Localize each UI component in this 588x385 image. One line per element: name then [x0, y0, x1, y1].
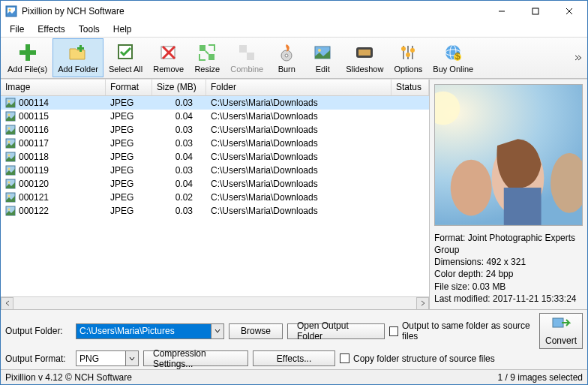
table-row[interactable]: 000120JPEG0.04C:\Users\Maria\Downloads — [1, 177, 429, 191]
file-folder: C:\Users\Maria\Downloads — [206, 111, 429, 122]
file-format: JPEG — [106, 192, 152, 203]
file-name: 000115 — [19, 111, 49, 122]
svg-point-41 — [8, 128, 10, 130]
col-status[interactable]: Status — [392, 80, 429, 95]
file-folder: C:\Users\Maria\Downloads — [206, 206, 429, 216]
table-row[interactable]: 000117JPEG0.03C:\Users\Maria\Downloads — [1, 137, 429, 150]
file-format: JPEG — [106, 206, 152, 216]
status-left: Pixillion v 4.12 © NCH Software — [5, 372, 498, 383]
output-folder-label: Output Folder: — [5, 326, 71, 336]
options-label: Options — [394, 65, 422, 74]
svg-point-22 — [318, 49, 321, 52]
svg-point-29 — [406, 53, 410, 57]
table-row[interactable]: 000122JPEG0.03C:\Users\Maria\Downloads — [1, 204, 429, 218]
file-folder: C:\Users\Maria\Downloads — [206, 152, 429, 162]
table-row[interactable]: 000115JPEG0.04C:\Users\Maria\Downloads — [1, 110, 429, 123]
svg-rect-24 — [358, 50, 370, 56]
svg-rect-18 — [247, 53, 254, 60]
meta-modified-label: Last modified: — [434, 293, 490, 304]
minimize-button[interactable] — [484, 1, 518, 22]
burn-button[interactable]: Burn — [268, 38, 304, 77]
table-row[interactable]: 000119JPEG0.03C:\Users\Maria\Downloads — [1, 164, 429, 177]
checkbox-icon — [340, 353, 350, 363]
file-format: JPEG — [106, 98, 152, 108]
select-all-label: Select All — [109, 65, 142, 74]
col-format[interactable]: Format — [106, 80, 152, 95]
image-file-icon — [5, 192, 16, 203]
plus-icon — [17, 42, 38, 63]
add-files-button[interactable]: Add File(s) — [2, 38, 52, 77]
list-header: Image Format Size (MB) Folder Status — [1, 80, 429, 96]
file-list[interactable]: 000114JPEG0.03C:\Users\Maria\Downloads00… — [1, 96, 429, 296]
edit-button[interactable]: Edit — [304, 38, 340, 77]
select-all-button[interactable]: Select All — [104, 38, 148, 77]
svg-rect-10 — [77, 47, 84, 50]
output-format-value: PNG — [80, 353, 99, 364]
maximize-button[interactable] — [518, 1, 552, 22]
svg-point-28 — [401, 47, 406, 51]
svg-rect-4 — [532, 8, 538, 14]
table-row[interactable]: 000121JPEG0.02C:\Users\Maria\Downloads — [1, 191, 429, 204]
slideshow-button[interactable]: Slideshow — [340, 38, 388, 77]
slideshow-label: Slideshow — [346, 65, 383, 74]
col-folder[interactable]: Folder — [206, 80, 392, 95]
remove-icon — [158, 42, 179, 63]
main-content: Image Format Size (MB) Folder Status 000… — [1, 79, 587, 309]
buy-online-button[interactable]: $ Buy Online — [428, 38, 478, 77]
options-button[interactable]: Options — [388, 38, 428, 77]
toolbar-overflow[interactable] — [571, 53, 586, 62]
titlebar: Pixillion by NCH Software — [1, 1, 587, 22]
scroll-track[interactable] — [14, 297, 416, 310]
file-size: 0.02 — [152, 192, 206, 203]
svg-point-56 — [451, 160, 492, 216]
table-row[interactable]: 000116JPEG0.03C:\Users\Maria\Downloads — [1, 123, 429, 137]
convert-button[interactable]: Convert — [539, 313, 583, 349]
copy-structure-checkbox[interactable]: Copy folder structure of source files — [340, 353, 535, 364]
meta-depth-label: Color depth: — [434, 269, 483, 279]
combine-button[interactable]: Combine — [225, 38, 268, 77]
menu-tools[interactable]: Tools — [73, 23, 106, 36]
menu-file[interactable]: File — [4, 23, 30, 36]
add-folder-button[interactable]: Add Folder — [52, 38, 104, 77]
svg-rect-60 — [553, 318, 563, 327]
col-image[interactable]: Image — [1, 80, 106, 95]
resize-label: Resize — [194, 65, 220, 74]
scroll-left-icon[interactable] — [1, 297, 14, 310]
svg-point-49 — [8, 182, 10, 184]
horizontal-scrollbar[interactable] — [1, 296, 429, 309]
file-format: JPEG — [106, 138, 152, 149]
open-output-button[interactable]: Open Output Folder — [287, 323, 385, 339]
effects-button[interactable]: Effects... — [253, 350, 335, 366]
file-size: 0.03 — [152, 165, 206, 176]
svg-point-53 — [8, 209, 10, 211]
compression-button[interactable]: Compression Settings... — [143, 350, 248, 366]
col-size[interactable]: Size (MB) — [152, 80, 206, 95]
table-row[interactable]: 000114JPEG0.03C:\Users\Maria\Downloads — [1, 96, 429, 110]
browse-button[interactable]: Browse — [229, 323, 283, 339]
resize-icon — [196, 42, 218, 63]
svg-point-2 — [9, 9, 11, 11]
meta-dimensions-label: Dimensions: — [434, 257, 484, 267]
meta-modified-value: 2017-11-21 15:33:24 — [493, 293, 576, 304]
resize-button[interactable]: Resize — [189, 38, 225, 77]
same-folder-checkbox[interactable]: Output to same folder as source files — [389, 320, 535, 341]
scroll-right-icon[interactable] — [416, 297, 429, 310]
svg-point-51 — [8, 195, 10, 197]
menu-effects[interactable]: Effects — [32, 23, 70, 36]
status-right: 1 / 9 images selected — [498, 372, 583, 383]
file-size: 0.03 — [152, 206, 206, 216]
chevron-down-icon[interactable] — [125, 351, 138, 365]
image-file-icon — [5, 138, 16, 149]
burn-label: Burn — [278, 65, 296, 74]
menu-help[interactable]: Help — [107, 23, 138, 36]
chevron-down-icon[interactable] — [211, 324, 224, 338]
output-format-label: Output Format: — [5, 353, 71, 364]
svg-rect-59 — [504, 188, 542, 225]
table-row[interactable]: 000118JPEG0.04C:\Users\Maria\Downloads — [1, 150, 429, 164]
burn-icon — [276, 42, 297, 63]
file-folder: C:\Users\Maria\Downloads — [206, 138, 429, 149]
close-button[interactable] — [552, 1, 586, 22]
output-folder-combo[interactable]: C:\Users\Maria\Pictures — [76, 323, 224, 339]
remove-button[interactable]: Remove — [148, 38, 189, 77]
output-format-combo[interactable]: PNG — [76, 350, 139, 366]
